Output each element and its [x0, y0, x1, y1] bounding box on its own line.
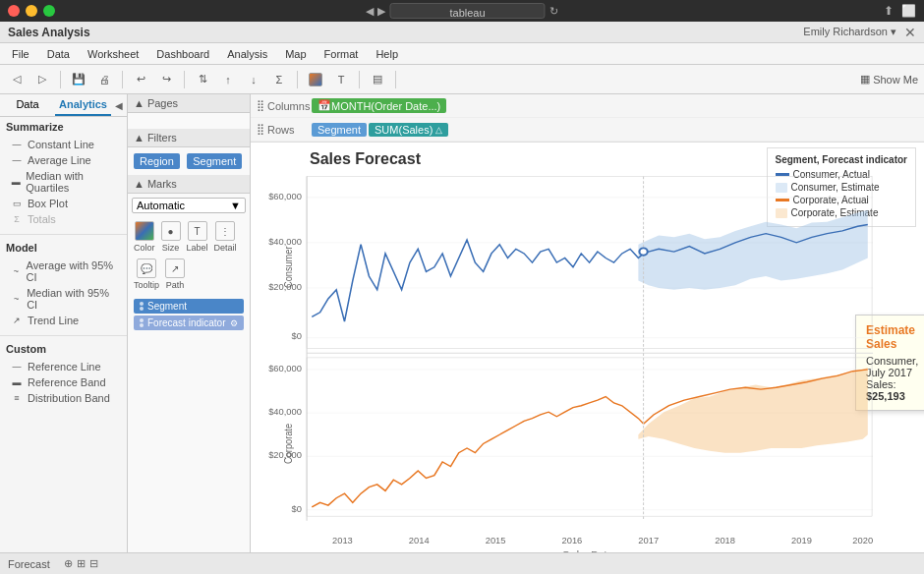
- tab-data[interactable]: Data: [0, 94, 55, 116]
- x-label-2015: 2015: [486, 536, 506, 545]
- window-controls[interactable]: [8, 5, 55, 17]
- field-month-order-date[interactable]: 📅 MONTH(Order Date...): [312, 98, 446, 113]
- reference-line-icon: —: [10, 362, 24, 372]
- toolbar-sep-3: [184, 71, 185, 88]
- pill-segment[interactable]: Segment: [134, 299, 244, 314]
- consumer-actual-line: [312, 240, 648, 321]
- x-label-2014: 2014: [409, 536, 430, 545]
- filter-region[interactable]: Region: [134, 153, 180, 169]
- cursor-dot: [639, 248, 647, 255]
- show-me-button[interactable]: ▦ Show Me: [860, 73, 918, 86]
- mark-path[interactable]: ↗ Path: [165, 258, 185, 290]
- menu-analysis[interactable]: Analysis: [219, 46, 275, 62]
- menu-format[interactable]: Format: [317, 46, 367, 62]
- item-reference-line[interactable]: — Reference Line: [6, 359, 121, 374]
- box-plot-icon: ▭: [10, 199, 24, 208]
- menu-data[interactable]: Data: [39, 46, 78, 62]
- close-button[interactable]: [8, 5, 20, 17]
- toolbar-forward[interactable]: ▷: [31, 69, 53, 90]
- maximize-button[interactable]: [43, 5, 55, 17]
- main-layout: Data Analytics ◀ Summarize — Constant Li…: [0, 94, 924, 552]
- item-median-ci[interactable]: ~ Median with 95% CI: [6, 285, 121, 313]
- field-segment[interactable]: Segment: [312, 123, 367, 137]
- menu-dashboard[interactable]: Dashboard: [148, 46, 217, 62]
- item-trend-line[interactable]: ↗ Trend Line: [6, 313, 121, 328]
- item-constant-line[interactable]: — Constant Line: [6, 137, 121, 152]
- pill-forecast[interactable]: Forecast indicator ⚙: [134, 316, 244, 330]
- x-label-2019: 2019: [791, 536, 812, 545]
- mark-color[interactable]: Color: [134, 221, 155, 253]
- mark-size[interactable]: ● Size: [161, 221, 181, 253]
- menu-map[interactable]: Map: [277, 46, 314, 62]
- item-reference-band[interactable]: ▬ Reference Band: [6, 374, 121, 390]
- item-avg-ci[interactable]: ~ Average with 95% CI: [6, 258, 121, 285]
- x-label-2020: 2020: [852, 536, 873, 545]
- bottom-icon-2[interactable]: ⊞: [77, 557, 86, 570]
- section-divider-2: [0, 335, 127, 336]
- toolbar-sum[interactable]: Σ: [268, 69, 290, 90]
- summarize-section: Summarize — Constant Line — Average Line…: [0, 117, 127, 231]
- url-bar[interactable]: tableau: [389, 3, 545, 19]
- pages-label: Pages: [147, 97, 178, 109]
- item-totals[interactable]: Σ Totals: [6, 211, 121, 227]
- toolbar-back[interactable]: ◁: [6, 69, 28, 90]
- url-text: tableau: [449, 7, 485, 19]
- nav-forward[interactable]: ▶: [377, 5, 385, 18]
- toolbar-mark-type[interactable]: ▤: [367, 69, 388, 90]
- median-quartiles-icon: ▬: [10, 177, 22, 187]
- trend-line-icon: ↗: [10, 316, 24, 325]
- toolbar-color[interactable]: [305, 69, 326, 90]
- share-icon[interactable]: ⬆: [884, 4, 894, 18]
- average-line-icon: —: [10, 155, 24, 165]
- forecast-settings-icon[interactable]: ⚙: [230, 318, 238, 328]
- refresh-icon[interactable]: ↻: [549, 5, 558, 18]
- nav-back[interactable]: ◀: [366, 5, 374, 18]
- mark-label[interactable]: T Label: [187, 221, 208, 253]
- avg-ci-icon: ~: [10, 266, 23, 276]
- bottom-icons: ⊕ ⊞ ⊟: [64, 557, 98, 570]
- toolbar-sep-6: [395, 71, 396, 88]
- tab-analytics[interactable]: Analytics: [55, 94, 111, 116]
- analytics-panel: Data Analytics ◀ Summarize — Constant Li…: [0, 94, 128, 552]
- toolbar-swap[interactable]: ⇅: [192, 69, 213, 90]
- item-median-quartiles[interactable]: ▬ Median with Quartiles: [6, 168, 121, 196]
- toolbar-save[interactable]: 💾: [68, 69, 89, 90]
- toolbar-sep-5: [359, 71, 360, 88]
- panel-tab-row: Data Analytics ◀: [0, 94, 127, 117]
- y-label-corporate-40k: $40,000: [268, 407, 302, 416]
- y-label-consumer-40k: $40,000: [268, 237, 302, 246]
- app-header: Sales Analysis Emily Richardson ▾ ✕: [0, 22, 924, 43]
- toolbar-print[interactable]: 🖨: [93, 69, 115, 90]
- reference-band-icon: ▬: [10, 377, 24, 387]
- item-average-line[interactable]: — Average Line: [6, 152, 121, 168]
- toolbar-sep-2: [122, 71, 123, 88]
- panel-collapse-btn[interactable]: ◀: [111, 100, 127, 111]
- toolbar-redo[interactable]: ↪: [155, 69, 177, 90]
- toolbar-labels[interactable]: T: [330, 69, 352, 90]
- path-icon: ↗: [165, 258, 185, 278]
- filters-label: Filters: [147, 132, 177, 144]
- menu-worksheet[interactable]: Worksheet: [80, 46, 146, 62]
- toolbar-sort-asc[interactable]: ↑: [217, 69, 239, 90]
- marks-type-dropdown[interactable]: Automatic ▼: [132, 198, 246, 213]
- minimize-button[interactable]: [26, 5, 37, 17]
- toolbar-sort-desc[interactable]: ↓: [243, 69, 264, 90]
- bottom-tab-label[interactable]: Forecast: [8, 558, 50, 570]
- columns-label: ⣿ Columns: [257, 99, 311, 112]
- fullscreen-icon[interactable]: ⬜: [901, 4, 916, 18]
- item-box-plot[interactable]: ▭ Box Plot: [6, 196, 121, 211]
- filter-segment[interactable]: Segment: [187, 153, 242, 169]
- mark-tooltip[interactable]: 💬 Tooltip: [134, 258, 159, 290]
- bottom-icon-3[interactable]: ⊟: [89, 557, 98, 570]
- mark-detail[interactable]: ⋮ Detail: [214, 221, 237, 253]
- corporate-estimate-band: [638, 368, 868, 453]
- app-close-button[interactable]: ✕: [904, 25, 916, 40]
- item-distribution-band[interactable]: ≡ Distribution Band: [6, 390, 121, 406]
- bottom-icon-1[interactable]: ⊕: [64, 557, 73, 570]
- rows-shelf: ⣿ Rows Segment SUM(Sales) △: [251, 118, 924, 142]
- menu-help[interactable]: Help: [368, 46, 406, 62]
- menu-file[interactable]: File: [4, 46, 37, 62]
- toolbar-undo[interactable]: ↩: [130, 69, 151, 90]
- user-label[interactable]: Emily Richardson ▾: [803, 26, 896, 38]
- field-sum-sales[interactable]: SUM(Sales) △: [369, 123, 448, 137]
